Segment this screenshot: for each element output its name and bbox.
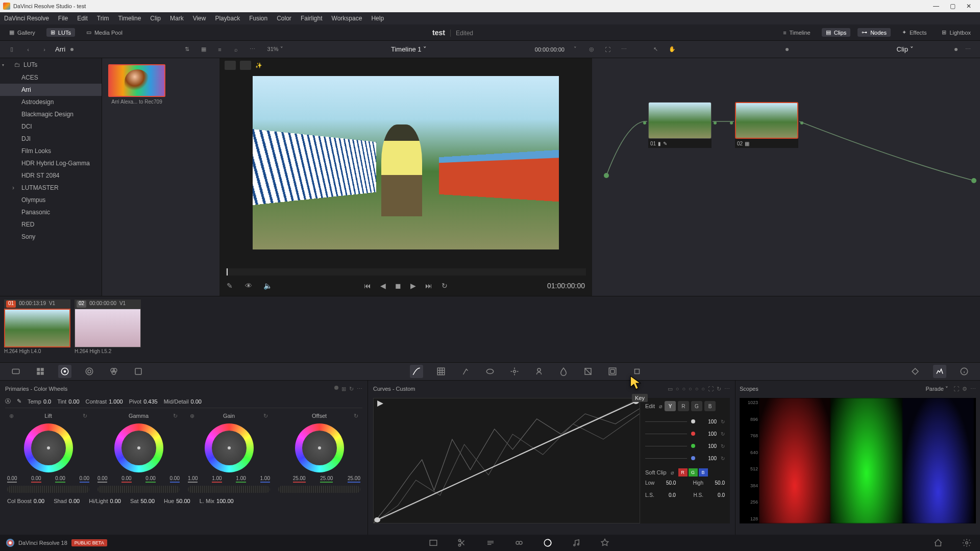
wheels-mode-2[interactable]: ⊞: [341, 386, 346, 392]
qualifier-icon[interactable]: [459, 365, 472, 378]
lut-item-aces[interactable]: ACES: [0, 71, 102, 84]
page-color[interactable]: [541, 537, 555, 549]
menu-item[interactable]: DaVinci Resolve: [4, 15, 49, 22]
hdr-wheels-icon[interactable]: [83, 365, 96, 378]
offset-jog[interactable]: [278, 486, 360, 493]
viewer-timecode[interactable]: 00:00:00:00: [535, 46, 565, 53]
curves-tab-6[interactable]: ○: [701, 386, 705, 392]
search-icon[interactable]: ⌕: [231, 44, 242, 55]
reset-icon[interactable]: ↻: [721, 419, 725, 424]
nav-back-icon[interactable]: ‹: [22, 44, 34, 55]
scrubber[interactable]: [226, 268, 586, 276]
softclip-ls[interactable]: L.S.0.0H.S.0.0: [645, 489, 725, 501]
curves-tab-2[interactable]: ○: [676, 386, 679, 392]
clip-thumbnail-02[interactable]: 0200:00:00:00V1 H.264 High L5.2: [75, 299, 141, 359]
page-edit[interactable]: [483, 537, 498, 549]
reset-icon[interactable]: ↻: [349, 386, 354, 392]
wheels-icon[interactable]: [58, 365, 71, 378]
maximize-button[interactable]: ▢: [944, 1, 961, 11]
curves-icon[interactable]: [410, 365, 423, 378]
menu-item[interactable]: Playback: [215, 15, 240, 22]
reset-icon[interactable]: ↻: [721, 456, 725, 461]
middetail-control[interactable]: Mid/Detail0.00: [164, 398, 202, 405]
page-deliver[interactable]: [598, 537, 612, 549]
link-icon[interactable]: ⌀: [659, 403, 663, 410]
clips-toggle[interactable]: ▤Clips: [822, 28, 850, 37]
lut-item-arri[interactable]: Arri: [0, 84, 102, 96]
gamma-jog[interactable]: [97, 486, 180, 493]
menu-item[interactable]: File: [58, 15, 68, 22]
luts-toggle[interactable]: ⊞LUTs: [46, 28, 75, 37]
curves-reset-icon[interactable]: ↻: [717, 386, 721, 392]
camera-raw-icon[interactable]: [9, 365, 22, 378]
sizing-icon[interactable]: [606, 365, 619, 378]
lut-thumbnail[interactable]: Arri Alexa... to Rec709: [108, 64, 165, 105]
warper-icon[interactable]: [434, 365, 448, 378]
menu-item[interactable]: Workspace: [332, 15, 362, 22]
lightbox-toggle[interactable]: ⊞Lightbox: [938, 28, 975, 37]
hilight-control[interactable]: Hi/Light0.00: [89, 498, 121, 504]
viewer-mode-1[interactable]: [225, 61, 236, 70]
magic-mask-icon[interactable]: [532, 365, 546, 378]
sort-icon[interactable]: ⇅: [182, 44, 193, 55]
reset-icon[interactable]: ↻: [721, 443, 725, 449]
eyedropper-icon[interactable]: ✎: [227, 282, 233, 290]
curve-plot[interactable]: [373, 398, 640, 523]
panel-icon[interactable]: ▯: [6, 44, 17, 55]
intensity-b[interactable]: 100↻: [645, 452, 725, 464]
wheels-mode-1[interactable]: [334, 386, 338, 390]
softclip-low[interactable]: Low50.0High50.0: [645, 477, 725, 489]
tracking-icon[interactable]: [508, 365, 521, 378]
colboost-control[interactable]: Col Boost0.00: [7, 498, 44, 504]
scopes-mode-dropdown[interactable]: Parade ˅: [925, 386, 948, 392]
lut-item-blackmagic[interactable]: Blackmagic Design: [0, 108, 102, 120]
page-fairlight[interactable]: [569, 537, 583, 549]
menu-item[interactable]: Help: [371, 15, 384, 22]
nodes-toggle[interactable]: ⊶Nodes: [857, 28, 891, 37]
menu-item[interactable]: Fusion: [249, 15, 267, 22]
lut-item-hdrst2084[interactable]: HDR ST 2084: [0, 169, 102, 182]
curves-more-icon[interactable]: ⋯: [724, 386, 730, 392]
scopes-expand-icon[interactable]: ⛶: [953, 386, 959, 392]
node-01[interactable]: 01▮✎: [648, 102, 712, 148]
intensity-y[interactable]: 100↻: [645, 415, 725, 428]
offset-wheel[interactable]: Offset↻ 25.0025.0025.00: [276, 411, 362, 493]
mute-icon[interactable]: 🔈: [263, 282, 272, 290]
reset-icon[interactable]: ↻: [721, 431, 725, 437]
node-input[interactable]: [730, 121, 733, 124]
lut-item-astrodesign[interactable]: Astrodesign: [0, 96, 102, 108]
lut-item-dci[interactable]: DCI: [0, 120, 102, 133]
lut-item-red[interactable]: RED: [0, 218, 102, 231]
zoom-value[interactable]: 31% ˅: [267, 46, 283, 53]
play-button[interactable]: ▶: [410, 282, 416, 290]
keyframes-icon[interactable]: [909, 365, 922, 378]
color-checker-icon[interactable]: [34, 365, 47, 378]
lut-item-filmlooks[interactable]: Film Looks: [0, 145, 102, 157]
channel-g[interactable]: G: [691, 401, 702, 411]
lift-wheel[interactable]: ⊕Lift↻ 0.000.000.000.00: [5, 411, 91, 493]
arrow-tool-icon[interactable]: ↖: [650, 44, 662, 55]
target-icon[interactable]: ◎: [586, 44, 597, 55]
lmix-control[interactable]: L. Mix100.00: [200, 498, 234, 504]
menu-item[interactable]: Edit: [77, 15, 88, 22]
crosshair-icon[interactable]: ⊕: [190, 413, 194, 419]
menu-item[interactable]: View: [193, 15, 206, 22]
reset-icon[interactable]: ↻: [173, 413, 178, 419]
reset-icon[interactable]: ↻: [83, 413, 87, 419]
page-fusion[interactable]: [512, 537, 526, 549]
prev-frame-button[interactable]: ◀: [380, 282, 386, 290]
blur-icon[interactable]: [557, 365, 570, 378]
expand-icon[interactable]: ⛶: [602, 44, 614, 55]
more-nodes-icon[interactable]: ⋯: [963, 44, 974, 55]
effects-toggle[interactable]: ✦Effects: [898, 28, 930, 37]
3d-icon[interactable]: [630, 365, 644, 378]
gallery-toggle[interactable]: ▦Gallery: [5, 28, 39, 37]
menu-item[interactable]: Mark: [170, 15, 184, 22]
rgb-mixer-icon[interactable]: [107, 365, 120, 378]
curves-tab-3[interactable]: ○: [682, 386, 685, 392]
motion-effects-icon[interactable]: [132, 365, 145, 378]
softclip-g[interactable]: G: [689, 468, 698, 477]
more-viewer-icon[interactable]: ⋯: [619, 44, 630, 55]
timeline-toggle[interactable]: ≡Timeline: [779, 29, 815, 37]
lut-item-dji[interactable]: DJI: [0, 133, 102, 145]
